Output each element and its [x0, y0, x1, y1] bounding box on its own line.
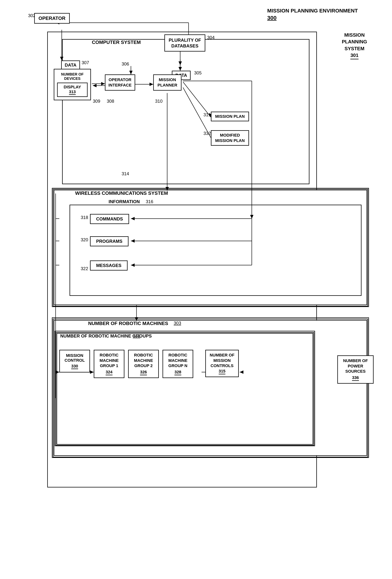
mission-planning-env-label: MISSION PLANNING ENVIRONMENT 300 — [267, 7, 358, 22]
num-312: 312 — [133, 333, 140, 339]
programs-box: PROGRAMS — [90, 236, 129, 246]
data-307-num: 307 — [82, 60, 89, 65]
num-314: 314 — [122, 171, 129, 176]
computer-system-label: COMPUTER SYSTEM — [92, 39, 141, 45]
num-318: 318 — [81, 215, 88, 220]
computer-system-box — [62, 39, 309, 184]
rmg2-box: ROBOTICMACHINEGROUP 2 326 — [128, 350, 159, 378]
num-309: 309 — [93, 99, 100, 104]
mission-control-box: MISSIONCONTROL 330 — [59, 350, 90, 372]
mission-planner-box: MISSION PLANNER — [153, 74, 182, 91]
data-305-num: 305 — [194, 70, 201, 75]
num-303: 303 — [174, 321, 181, 326]
num-332: 332 — [203, 131, 211, 136]
operator-interface-box: OPERATOR INTERFACE — [105, 74, 135, 91]
power-sources-box: NUMBER OFPOWERSOURCES 336 — [337, 355, 374, 384]
operator-box: OPERATOR — [34, 13, 70, 24]
num-311: 311 — [203, 112, 211, 117]
mission-controls-box: NUMBER OFMISSIONCONTROLS 315 — [205, 350, 239, 377]
wireless-comms-label: WIRELESS COMMUNICATIONS SYSTEM — [75, 190, 168, 196]
num-322: 322 — [81, 266, 88, 271]
modified-mission-plan-box: MODIFIED MISSION PLAN — [211, 130, 249, 146]
databases-num: 304 — [207, 35, 215, 40]
messages-box: MESSAGES — [90, 261, 128, 271]
data-307-box: DATA — [61, 61, 80, 70]
information-label: INFORMATION — [109, 199, 140, 204]
num-306: 306 — [122, 61, 129, 67]
rmg1-box: ROBOTICMACHINEGROUP 1 324 — [94, 350, 125, 378]
num-308: 308 — [107, 99, 114, 104]
commands-box: COMMANDS — [90, 214, 129, 224]
num-316: 316 — [146, 199, 153, 204]
databases-box: PLURALITY OF DATABASES — [164, 34, 205, 52]
num-310: 310 — [155, 99, 163, 104]
number-of-devices-box: NUMBER OFDEVICES DISPLAY 313 — [54, 69, 91, 100]
mission-planning-system-label: MISSION PLANNING SYSTEM 301 — [342, 32, 367, 59]
rmgn-box: ROBOTICMACHINEGROUP N 328 — [163, 350, 193, 378]
robotic-machines-label: NUMBER OF ROBOTIC MACHINES — [88, 321, 168, 326]
num-320: 320 — [81, 237, 88, 242]
display-box: DISPLAY 313 — [57, 83, 88, 97]
mission-plan-box: MISSION PLAN — [211, 112, 249, 121]
